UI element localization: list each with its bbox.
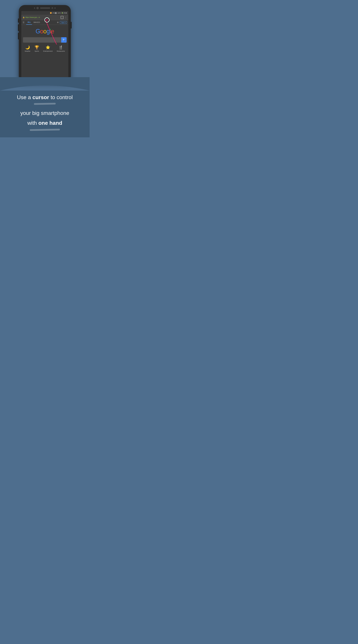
sports-icon: 🏆 xyxy=(34,45,39,50)
google-l: l xyxy=(50,28,51,35)
main-text-line3: with one hand xyxy=(27,120,62,126)
line3-plain: with xyxy=(27,120,38,126)
search-bar[interactable]: 🔍 xyxy=(23,37,66,42)
google-o1: o xyxy=(40,28,43,35)
phone-screen: 📶 LTE ▌▌ 100% 🔋 07:00 🔒 https://www.goo.… xyxy=(21,11,68,79)
hamburger-menu-icon[interactable]: ☰ xyxy=(23,21,24,24)
status-icons: 📶 LTE ▌▌ 100% 🔋 07:00 xyxy=(50,12,67,14)
google-logo-area: Google xyxy=(21,25,68,37)
more-options-icon[interactable]: ⋮ xyxy=(64,16,67,19)
quick-link-weather[interactable]: 🌙 Weather xyxy=(25,45,30,52)
sign-in-button[interactable]: Sign in xyxy=(60,21,67,24)
volume-down-button xyxy=(18,33,19,40)
google-g2: g xyxy=(46,28,50,35)
lock-icon: 🔒 xyxy=(23,16,25,18)
battery-label: 100% xyxy=(57,12,61,14)
quick-link-sports[interactable]: 🏆 Sports xyxy=(34,45,39,52)
tab-all[interactable]: ALL xyxy=(26,20,32,25)
signal-icon: ▌▌ xyxy=(55,12,57,14)
battery-icon: 🔋 xyxy=(62,12,63,14)
lte-label: LTE xyxy=(52,12,54,14)
google-logo: Google xyxy=(36,28,54,35)
cursor-indicator xyxy=(44,18,50,22)
quick-link-restaurants[interactable]: 🍴 Restaurants xyxy=(57,45,65,52)
google-e: e xyxy=(51,28,54,35)
tab-count-button[interactable]: 1 xyxy=(60,16,64,19)
wave-svg xyxy=(0,77,90,90)
restaurants-label: Restaurants xyxy=(57,50,65,52)
main-text-line1: Use a cursor to control xyxy=(17,94,73,101)
one-hand-bold: one hand xyxy=(38,120,62,126)
phone-device: 📶 LTE ▌▌ 100% 🔋 07:00 🔒 https://www.goo.… xyxy=(19,5,71,82)
dot-left xyxy=(34,8,35,8)
quick-link-entertainment[interactable]: ⭐ Entertainment xyxy=(43,45,52,52)
phone-top-bar xyxy=(19,5,71,11)
time-label: 07:00 xyxy=(64,12,67,14)
page-wrapper: 📶 LTE ▌▌ 100% 🔋 07:00 🔒 https://www.goo.… xyxy=(0,0,90,137)
google-o2: o xyxy=(43,28,46,35)
cursor-underline xyxy=(34,103,56,105)
url-display[interactable]: 🔒 https://www.goo...m xyxy=(23,16,60,18)
tab-images[interactable]: IMAGES xyxy=(32,20,41,25)
line1-plain2: to control xyxy=(49,94,73,100)
entertainment-label: Entertainment xyxy=(43,50,52,52)
front-camera xyxy=(36,7,39,9)
entertainment-icon: ⭐ xyxy=(46,45,50,50)
nav-right-controls: ⊞ Sign in xyxy=(57,21,67,24)
wifi-icon: 📶 xyxy=(50,12,52,14)
wave-section xyxy=(0,77,90,90)
text-section: Use a cursor to control your big smartph… xyxy=(0,90,90,137)
phone-section: 📶 LTE ▌▌ 100% 🔋 07:00 🔒 https://www.goo.… xyxy=(0,0,90,87)
google-g: G xyxy=(36,28,40,35)
status-bar: 📶 LTE ▌▌ 100% 🔋 07:00 xyxy=(21,11,68,15)
url-text: https://www.goo...m xyxy=(25,16,40,18)
main-text-line2: your big smartphone xyxy=(20,110,69,117)
address-right-controls: 1 ⋮ xyxy=(60,16,67,19)
dot-far-right xyxy=(54,8,56,8)
grid-icon[interactable]: ⊞ xyxy=(57,21,58,24)
power-button xyxy=(18,18,19,23)
right-button xyxy=(71,22,72,28)
dot-right xyxy=(52,7,53,9)
search-button[interactable]: 🔍 xyxy=(61,37,66,42)
sports-label: Sports xyxy=(34,50,39,52)
cursor-bold: cursor xyxy=(32,94,49,100)
weather-icon: 🌙 xyxy=(25,45,30,50)
weather-label: Weather xyxy=(25,50,30,52)
one-hand-underline xyxy=(30,129,60,131)
quick-links: 🌙 Weather 🏆 Sports ⭐ Entertainment 🍴 Res… xyxy=(21,42,68,53)
search-input[interactable] xyxy=(24,37,60,42)
cursor-dot xyxy=(46,19,48,21)
volume-up-button xyxy=(18,24,19,31)
speaker xyxy=(40,8,50,9)
search-icon: 🔍 xyxy=(62,38,66,41)
restaurants-icon: 🍴 xyxy=(58,45,63,50)
line1-plain: Use a xyxy=(17,94,32,100)
